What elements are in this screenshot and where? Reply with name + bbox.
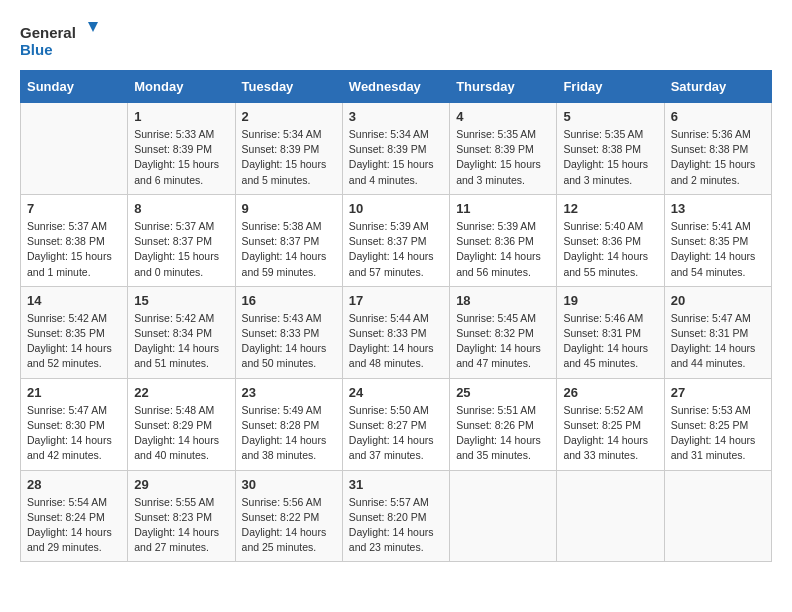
day-number: 27 xyxy=(671,385,765,400)
day-info: Sunrise: 5:49 AM Sunset: 8:28 PM Dayligh… xyxy=(242,403,336,464)
day-number: 17 xyxy=(349,293,443,308)
day-info: Sunrise: 5:42 AM Sunset: 8:35 PM Dayligh… xyxy=(27,311,121,372)
day-info: Sunrise: 5:39 AM Sunset: 8:36 PM Dayligh… xyxy=(456,219,550,280)
day-info: Sunrise: 5:44 AM Sunset: 8:33 PM Dayligh… xyxy=(349,311,443,372)
header-day-saturday: Saturday xyxy=(664,71,771,103)
day-number: 16 xyxy=(242,293,336,308)
day-info: Sunrise: 5:57 AM Sunset: 8:20 PM Dayligh… xyxy=(349,495,443,556)
calendar-day-cell: 13Sunrise: 5:41 AM Sunset: 8:35 PM Dayli… xyxy=(664,194,771,286)
day-info: Sunrise: 5:37 AM Sunset: 8:37 PM Dayligh… xyxy=(134,219,228,280)
calendar-day-cell: 22Sunrise: 5:48 AM Sunset: 8:29 PM Dayli… xyxy=(128,378,235,470)
day-number: 21 xyxy=(27,385,121,400)
day-number: 26 xyxy=(563,385,657,400)
page-header: General Blue xyxy=(20,20,772,60)
day-info: Sunrise: 5:52 AM Sunset: 8:25 PM Dayligh… xyxy=(563,403,657,464)
calendar-day-cell: 18Sunrise: 5:45 AM Sunset: 8:32 PM Dayli… xyxy=(450,286,557,378)
calendar-day-cell: 21Sunrise: 5:47 AM Sunset: 8:30 PM Dayli… xyxy=(21,378,128,470)
calendar-day-cell: 29Sunrise: 5:55 AM Sunset: 8:23 PM Dayli… xyxy=(128,470,235,562)
day-number: 15 xyxy=(134,293,228,308)
day-number: 6 xyxy=(671,109,765,124)
day-number: 25 xyxy=(456,385,550,400)
day-info: Sunrise: 5:34 AM Sunset: 8:39 PM Dayligh… xyxy=(349,127,443,188)
calendar-day-cell: 4Sunrise: 5:35 AM Sunset: 8:39 PM Daylig… xyxy=(450,103,557,195)
calendar-day-cell: 9Sunrise: 5:38 AM Sunset: 8:37 PM Daylig… xyxy=(235,194,342,286)
header-day-monday: Monday xyxy=(128,71,235,103)
svg-text:General: General xyxy=(20,24,76,41)
day-number: 19 xyxy=(563,293,657,308)
calendar-day-cell: 28Sunrise: 5:54 AM Sunset: 8:24 PM Dayli… xyxy=(21,470,128,562)
day-number: 14 xyxy=(27,293,121,308)
header-day-friday: Friday xyxy=(557,71,664,103)
calendar-day-cell xyxy=(664,470,771,562)
calendar-day-cell: 25Sunrise: 5:51 AM Sunset: 8:26 PM Dayli… xyxy=(450,378,557,470)
day-info: Sunrise: 5:47 AM Sunset: 8:31 PM Dayligh… xyxy=(671,311,765,372)
calendar-table: SundayMondayTuesdayWednesdayThursdayFrid… xyxy=(20,70,772,562)
calendar-day-cell: 31Sunrise: 5:57 AM Sunset: 8:20 PM Dayli… xyxy=(342,470,449,562)
day-number: 22 xyxy=(134,385,228,400)
day-number: 20 xyxy=(671,293,765,308)
calendar-day-cell xyxy=(21,103,128,195)
calendar-day-cell: 23Sunrise: 5:49 AM Sunset: 8:28 PM Dayli… xyxy=(235,378,342,470)
calendar-header-row: SundayMondayTuesdayWednesdayThursdayFrid… xyxy=(21,71,772,103)
calendar-day-cell: 16Sunrise: 5:43 AM Sunset: 8:33 PM Dayli… xyxy=(235,286,342,378)
day-number: 3 xyxy=(349,109,443,124)
day-info: Sunrise: 5:50 AM Sunset: 8:27 PM Dayligh… xyxy=(349,403,443,464)
calendar-day-cell xyxy=(557,470,664,562)
day-info: Sunrise: 5:56 AM Sunset: 8:22 PM Dayligh… xyxy=(242,495,336,556)
day-info: Sunrise: 5:39 AM Sunset: 8:37 PM Dayligh… xyxy=(349,219,443,280)
calendar-day-cell: 11Sunrise: 5:39 AM Sunset: 8:36 PM Dayli… xyxy=(450,194,557,286)
calendar-day-cell: 2Sunrise: 5:34 AM Sunset: 8:39 PM Daylig… xyxy=(235,103,342,195)
calendar-week-row: 28Sunrise: 5:54 AM Sunset: 8:24 PM Dayli… xyxy=(21,470,772,562)
day-number: 28 xyxy=(27,477,121,492)
day-number: 2 xyxy=(242,109,336,124)
day-number: 11 xyxy=(456,201,550,216)
day-number: 23 xyxy=(242,385,336,400)
header-day-tuesday: Tuesday xyxy=(235,71,342,103)
day-info: Sunrise: 5:34 AM Sunset: 8:39 PM Dayligh… xyxy=(242,127,336,188)
calendar-day-cell: 14Sunrise: 5:42 AM Sunset: 8:35 PM Dayli… xyxy=(21,286,128,378)
day-number: 5 xyxy=(563,109,657,124)
day-info: Sunrise: 5:37 AM Sunset: 8:38 PM Dayligh… xyxy=(27,219,121,280)
logo: General Blue xyxy=(20,20,100,60)
day-info: Sunrise: 5:51 AM Sunset: 8:26 PM Dayligh… xyxy=(456,403,550,464)
day-info: Sunrise: 5:40 AM Sunset: 8:36 PM Dayligh… xyxy=(563,219,657,280)
day-number: 4 xyxy=(456,109,550,124)
day-number: 18 xyxy=(456,293,550,308)
day-info: Sunrise: 5:46 AM Sunset: 8:31 PM Dayligh… xyxy=(563,311,657,372)
calendar-day-cell: 19Sunrise: 5:46 AM Sunset: 8:31 PM Dayli… xyxy=(557,286,664,378)
calendar-day-cell: 5Sunrise: 5:35 AM Sunset: 8:38 PM Daylig… xyxy=(557,103,664,195)
calendar-day-cell: 1Sunrise: 5:33 AM Sunset: 8:39 PM Daylig… xyxy=(128,103,235,195)
day-number: 12 xyxy=(563,201,657,216)
calendar-day-cell: 10Sunrise: 5:39 AM Sunset: 8:37 PM Dayli… xyxy=(342,194,449,286)
day-info: Sunrise: 5:54 AM Sunset: 8:24 PM Dayligh… xyxy=(27,495,121,556)
header-day-wednesday: Wednesday xyxy=(342,71,449,103)
calendar-day-cell: 17Sunrise: 5:44 AM Sunset: 8:33 PM Dayli… xyxy=(342,286,449,378)
calendar-day-cell xyxy=(450,470,557,562)
day-info: Sunrise: 5:35 AM Sunset: 8:38 PM Dayligh… xyxy=(563,127,657,188)
day-number: 9 xyxy=(242,201,336,216)
day-info: Sunrise: 5:35 AM Sunset: 8:39 PM Dayligh… xyxy=(456,127,550,188)
calendar-week-row: 21Sunrise: 5:47 AM Sunset: 8:30 PM Dayli… xyxy=(21,378,772,470)
day-number: 13 xyxy=(671,201,765,216)
day-info: Sunrise: 5:41 AM Sunset: 8:35 PM Dayligh… xyxy=(671,219,765,280)
day-info: Sunrise: 5:48 AM Sunset: 8:29 PM Dayligh… xyxy=(134,403,228,464)
day-info: Sunrise: 5:47 AM Sunset: 8:30 PM Dayligh… xyxy=(27,403,121,464)
day-info: Sunrise: 5:42 AM Sunset: 8:34 PM Dayligh… xyxy=(134,311,228,372)
calendar-day-cell: 30Sunrise: 5:56 AM Sunset: 8:22 PM Dayli… xyxy=(235,470,342,562)
day-number: 1 xyxy=(134,109,228,124)
svg-marker-2 xyxy=(88,22,98,32)
calendar-day-cell: 6Sunrise: 5:36 AM Sunset: 8:38 PM Daylig… xyxy=(664,103,771,195)
header-day-thursday: Thursday xyxy=(450,71,557,103)
calendar-day-cell: 26Sunrise: 5:52 AM Sunset: 8:25 PM Dayli… xyxy=(557,378,664,470)
calendar-day-cell: 27Sunrise: 5:53 AM Sunset: 8:25 PM Dayli… xyxy=(664,378,771,470)
calendar-day-cell: 15Sunrise: 5:42 AM Sunset: 8:34 PM Dayli… xyxy=(128,286,235,378)
calendar-week-row: 14Sunrise: 5:42 AM Sunset: 8:35 PM Dayli… xyxy=(21,286,772,378)
calendar-day-cell: 12Sunrise: 5:40 AM Sunset: 8:36 PM Dayli… xyxy=(557,194,664,286)
logo-svg: General Blue xyxy=(20,20,100,60)
calendar-day-cell: 3Sunrise: 5:34 AM Sunset: 8:39 PM Daylig… xyxy=(342,103,449,195)
calendar-day-cell: 8Sunrise: 5:37 AM Sunset: 8:37 PM Daylig… xyxy=(128,194,235,286)
day-number: 24 xyxy=(349,385,443,400)
day-number: 30 xyxy=(242,477,336,492)
calendar-week-row: 7Sunrise: 5:37 AM Sunset: 8:38 PM Daylig… xyxy=(21,194,772,286)
calendar-day-cell: 20Sunrise: 5:47 AM Sunset: 8:31 PM Dayli… xyxy=(664,286,771,378)
